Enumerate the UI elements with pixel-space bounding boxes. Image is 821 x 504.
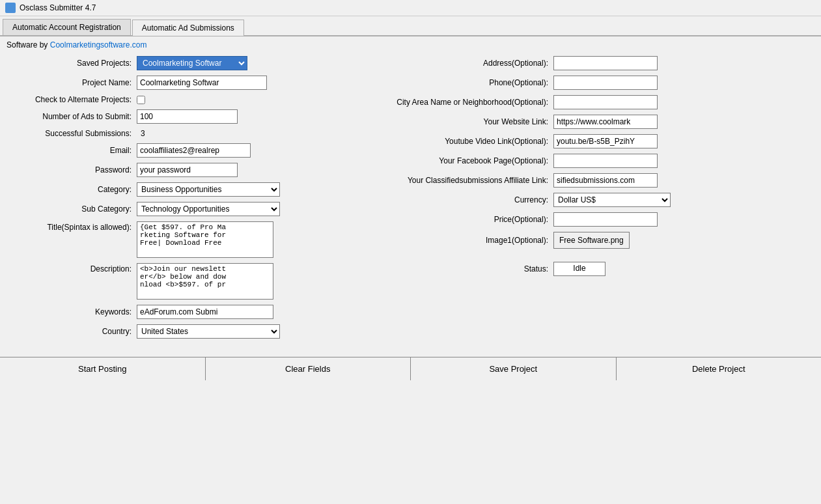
youtube-label: Youtube Video Link(Optional): <box>358 137 553 146</box>
keywords-row: Keywords: <box>7 305 345 319</box>
description-textarea[interactable]: <b>Join our newslett er</b> below and do… <box>137 263 273 300</box>
check-alternate-checkbox[interactable] <box>137 96 145 104</box>
email-label: Email: <box>7 146 137 155</box>
description-row: Description: <b>Join our newslett er</b>… <box>7 263 345 300</box>
successful-value: 3 <box>137 129 145 138</box>
password-input[interactable] <box>137 163 238 177</box>
num-ads-row: Number of Ads to Submit: <box>7 109 345 124</box>
num-ads-label: Number of Ads to Submit: <box>7 112 137 121</box>
clear-fields-button[interactable]: Clear Fields <box>206 357 411 380</box>
website-input[interactable] <box>553 115 658 129</box>
check-alternate-label: Check to Alternate Projects: <box>7 95 137 104</box>
project-name-row: Project Name: <box>7 76 345 90</box>
country-select[interactable]: United States United Kingdom Canada Aust… <box>137 324 280 339</box>
price-row: Price(Optional): <box>358 212 814 227</box>
saved-projects-select[interactable]: Coolmarketing Softwar <box>137 56 247 70</box>
facebook-row: Your Facebook Page(Optional): <box>358 154 814 168</box>
category-row: Category: Business Opportunities Real Es… <box>7 182 345 197</box>
password-row: Password: <box>7 163 345 177</box>
title-bar-text: Osclass Submitter 4.7 <box>20 3 96 12</box>
right-panel: Address(Optional): Phone(Optional): City… <box>358 56 814 344</box>
tab-account-registration[interactable]: Automatic Account Registration <box>3 19 131 35</box>
youtube-input[interactable] <box>553 134 658 148</box>
facebook-label: Your Facebook Page(Optional): <box>358 156 553 165</box>
category-label: Category: <box>7 185 137 194</box>
keywords-label: Keywords: <box>7 307 137 316</box>
status-row: Status: Idle <box>358 262 814 276</box>
num-ads-input[interactable] <box>137 109 238 124</box>
title-textarea[interactable]: {Get $597. of Pro Ma rketing Software fo… <box>137 221 273 258</box>
title-bar: Osclass Submitter 4.7 <box>0 0 821 16</box>
phone-input[interactable] <box>553 76 658 90</box>
delete-project-button[interactable]: Delete Project <box>617 357 822 380</box>
save-project-button[interactable]: Save Project <box>411 357 617 380</box>
affiliate-row: Your Classifiedsubmissions Affiliate Lin… <box>358 173 814 188</box>
facebook-input[interactable] <box>553 154 658 168</box>
phone-label: Phone(Optional): <box>358 78 553 87</box>
keywords-input[interactable] <box>137 305 273 319</box>
address-input[interactable] <box>553 56 658 70</box>
title-label: Title(Spintax is allowed): <box>7 221 137 232</box>
category-select[interactable]: Business Opportunities Real Estate Servi… <box>137 182 280 197</box>
saved-projects-row: Saved Projects: Coolmarketing Softwar <box>7 56 345 70</box>
email-row: Email: <box>7 143 345 158</box>
image1-button[interactable]: Free Software.png <box>553 232 630 249</box>
city-area-label: City Area Name or Neighborhood(Optional)… <box>358 98 553 107</box>
subcategory-row: Sub Category: Technology Opportunities I… <box>7 202 345 216</box>
description-label: Description: <box>7 263 137 273</box>
software-link[interactable]: Coolmarketingsoftware.com <box>50 40 147 49</box>
status-display: Idle <box>553 262 605 276</box>
website-label: Your Website Link: <box>358 117 553 126</box>
affiliate-label: Your Classifiedsubmissions Affiliate Lin… <box>358 176 553 185</box>
tabs-bar: Automatic Account Registration Automatic… <box>0 16 821 36</box>
status-label: Status: <box>358 264 553 273</box>
image1-row: Image1(Optional): Free Software.png <box>358 232 814 249</box>
main-content: Saved Projects: Coolmarketing Softwar Pr… <box>0 53 821 350</box>
phone-row: Phone(Optional): <box>358 76 814 90</box>
price-input[interactable] <box>553 212 658 227</box>
subcategory-label: Sub Category: <box>7 204 137 214</box>
saved-projects-label: Saved Projects: <box>7 59 137 68</box>
title-row: Title(Spintax is allowed): {Get $597. of… <box>7 221 345 258</box>
affiliate-input[interactable] <box>553 173 658 188</box>
price-label: Price(Optional): <box>358 215 553 224</box>
address-label: Address(Optional): <box>358 59 553 68</box>
country-label: Country: <box>7 327 137 336</box>
project-name-label: Project Name: <box>7 78 137 87</box>
tab-ad-submissions[interactable]: Automatic Ad Submissions <box>132 20 244 36</box>
city-area-input[interactable] <box>553 95 658 109</box>
city-area-row: City Area Name or Neighborhood(Optional)… <box>358 95 814 109</box>
currency-row: Currency: Dollar US$ Euro British Pound … <box>358 193 814 207</box>
successful-row: Successful Submissions: 3 <box>7 129 345 138</box>
left-panel: Saved Projects: Coolmarketing Softwar Pr… <box>7 56 345 344</box>
website-row: Your Website Link: <box>358 115 814 129</box>
email-input[interactable] <box>137 143 251 158</box>
bottom-buttons-bar: Start Posting Clear Fields Save Project … <box>0 357 821 380</box>
software-by-bar: Software by Coolmarketingsoftware.com <box>0 36 821 53</box>
country-row: Country: United States United Kingdom Ca… <box>7 324 345 339</box>
start-posting-button[interactable]: Start Posting <box>0 357 206 380</box>
successful-label: Successful Submissions: <box>7 129 137 138</box>
app-icon <box>5 3 16 13</box>
address-row: Address(Optional): <box>358 56 814 70</box>
image1-label: Image1(Optional): <box>358 236 553 245</box>
password-label: Password: <box>7 165 137 175</box>
currency-label: Currency: <box>358 195 553 204</box>
youtube-row: Youtube Video Link(Optional): <box>358 134 814 148</box>
check-alternate-row: Check to Alternate Projects: <box>7 95 345 104</box>
subcategory-select[interactable]: Technology Opportunities Internet Opport… <box>137 202 280 216</box>
project-name-input[interactable] <box>137 76 267 90</box>
currency-select[interactable]: Dollar US$ Euro British Pound Canadian D… <box>553 193 671 207</box>
